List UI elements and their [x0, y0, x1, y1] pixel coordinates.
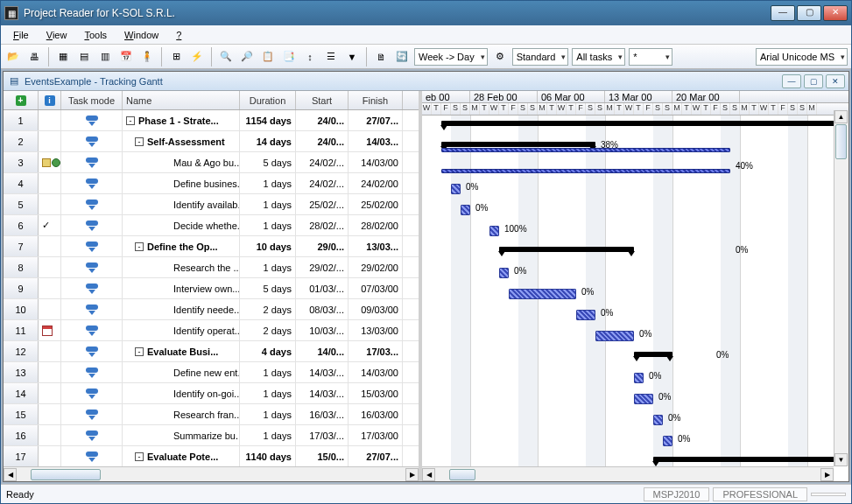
finish-cell[interactable]: 28/02/00 [349, 215, 403, 235]
summary-bar[interactable] [441, 142, 595, 147]
task-bar[interactable] [451, 184, 461, 194]
table-row[interactable]: 3Mau & Ago bu...5 days24/02/...14/03/00 [4, 152, 419, 173]
finish-cell[interactable]: 16/03/00 [349, 404, 403, 424]
row-number[interactable]: 4 [4, 173, 39, 193]
row-number[interactable]: 8 [4, 257, 39, 277]
finish-cell[interactable]: 07/03/00 [349, 278, 403, 298]
scroll-thumb[interactable] [31, 469, 101, 480]
minimize-button[interactable]: — [771, 5, 795, 21]
export-icon[interactable]: 🗎 [372, 48, 390, 66]
scroll-left-icon[interactable]: ◀ [4, 468, 17, 481]
start-cell[interactable]: 29/02/... [296, 257, 349, 277]
start-cell[interactable]: 28/02/... [296, 215, 349, 235]
table-row[interactable]: 13Define new ent...1 days14/03/...14/03/… [4, 362, 419, 383]
table-row[interactable]: 15Research fran...1 days16/03/...16/03/0… [4, 404, 419, 425]
duration-cell[interactable]: 1 days [240, 215, 296, 235]
task-name-cell[interactable]: Define new ent... [123, 362, 240, 382]
task-bar[interactable] [653, 415, 663, 425]
zoom-in-icon[interactable]: 🔍 [217, 48, 235, 66]
task-name-cell[interactable]: Mau & Ago bu... [123, 152, 240, 172]
start-cell[interactable]: 08/03/... [296, 299, 349, 319]
view2-icon[interactable]: ▤ [75, 48, 93, 66]
row-number[interactable]: 14 [4, 383, 39, 403]
start-cell[interactable]: 24/02/... [296, 152, 349, 172]
refresh-icon[interactable]: 🔄 [393, 48, 411, 66]
calendar-icon[interactable]: 📅 [117, 48, 135, 66]
finish-cell[interactable]: 17/03/00 [349, 425, 403, 445]
start-cell[interactable]: 16/03/... [296, 404, 349, 424]
scroll-up-icon[interactable]: ▲ [834, 110, 848, 123]
row-number[interactable]: 16 [4, 425, 39, 445]
finish-cell[interactable]: 09/03/00 [349, 299, 403, 319]
grid-hscroll[interactable]: ◀ ▶ [4, 466, 419, 481]
row-number[interactable]: 9 [4, 278, 39, 298]
duration-cell[interactable]: 1 days [240, 362, 296, 382]
table-row[interactable]: 12-Evaluate Busi...4 days14/0...17/03... [4, 341, 419, 362]
task-bar[interactable] [489, 226, 499, 236]
row-number[interactable]: 3 [4, 152, 39, 172]
filter-icon[interactable]: ▼ [343, 48, 361, 66]
task-bar[interactable] [634, 394, 653, 404]
menu-window[interactable]: Window [117, 28, 165, 42]
table-row[interactable]: 10Identify neede...2 days08/03/...09/03/… [4, 299, 419, 320]
finish-cell[interactable]: 25/02/00 [349, 194, 403, 214]
task-name-cell[interactable]: Identify on-goi... [123, 383, 240, 403]
extra-combo[interactable]: * [629, 48, 672, 66]
task-name-cell[interactable]: Decide whethe... [123, 215, 240, 235]
finish-cell[interactable]: 17/03... [349, 341, 403, 361]
duration-cell[interactable]: 5 days [240, 278, 296, 298]
table-row[interactable]: 14Identify on-goi...1 days14/03/...15/03… [4, 383, 419, 404]
start-cell[interactable]: 25/02/... [296, 194, 349, 214]
menu-?[interactable]: ? [169, 28, 188, 42]
start-cell[interactable]: 15/0... [296, 446, 349, 466]
table-row[interactable]: 9Interview own...5 days01/03/...07/03/00 [4, 278, 419, 299]
progress-bar[interactable] [441, 169, 730, 173]
outline-toggle[interactable]: - [135, 452, 144, 461]
finish-cell[interactable]: 29/02/00 [349, 257, 403, 277]
task-name-cell[interactable]: Identify neede... [123, 299, 240, 319]
duration-cell[interactable]: 1140 days [240, 446, 296, 466]
outline-toggle[interactable]: - [135, 137, 144, 146]
duration-cell[interactable]: 1 days [240, 257, 296, 277]
paste-icon[interactable]: 📑 [280, 48, 298, 66]
row-number[interactable]: 10 [4, 299, 39, 319]
col-finish[interactable]: Finish [349, 91, 403, 109]
start-cell[interactable]: 14/03/... [296, 383, 349, 403]
finish-cell[interactable]: 14/03/00 [349, 152, 403, 172]
task-name-cell[interactable]: Research the ... [123, 257, 240, 277]
settings-icon[interactable]: ⚙ [491, 48, 509, 66]
finish-cell[interactable]: 24/02/00 [349, 173, 403, 193]
col-name[interactable]: Name [123, 91, 240, 109]
view-combo[interactable]: Standard [512, 48, 569, 66]
table-row[interactable]: 5Identify availab...1 days25/02/...25/02… [4, 194, 419, 215]
task-name-cell[interactable]: Summarize bu... [123, 425, 240, 445]
doc-close-button[interactable]: ✕ [826, 74, 845, 88]
summary-bar[interactable] [653, 457, 848, 462]
group-icon[interactable]: ☰ [322, 48, 340, 66]
task-name-cell[interactable]: -Self-Assessment [123, 131, 240, 151]
table-row[interactable]: 2-Self-Assessment14 days24/0...14/03... [4, 131, 419, 152]
duration-cell[interactable]: 1 days [240, 383, 296, 403]
finish-cell[interactable]: 13/03/00 [349, 320, 403, 340]
task-name-cell[interactable]: -Evaluate Pote... [123, 446, 240, 466]
zoom-out-icon[interactable]: 🔎 [238, 48, 256, 66]
row-number[interactable]: 7 [4, 236, 39, 256]
duration-cell[interactable]: 1 days [240, 173, 296, 193]
close-button[interactable]: ✕ [823, 5, 848, 21]
task-bar[interactable] [634, 373, 644, 383]
start-cell[interactable]: 24/0... [296, 131, 349, 151]
bolt-icon[interactable]: ⚡ [188, 48, 206, 66]
row-number[interactable]: 5 [4, 194, 39, 214]
progress-bar[interactable] [441, 148, 730, 152]
finish-cell[interactable]: 27/07... [349, 110, 403, 130]
finish-cell[interactable]: 14/03/00 [349, 362, 403, 382]
col-taskmode[interactable]: Task mode [61, 91, 123, 109]
summary-bar[interactable] [634, 352, 672, 357]
vscroll-thumb[interactable] [835, 124, 847, 159]
col-add[interactable]: + [4, 91, 39, 109]
timescale-combo[interactable]: Week -> Day [414, 48, 488, 66]
document-titlebar[interactable]: EventsExample - Tracking Gantt — ▢ ✕ [4, 72, 848, 91]
task-bar[interactable] [499, 268, 509, 278]
row-number[interactable]: 13 [4, 362, 39, 382]
duration-cell[interactable]: 4 days [240, 341, 296, 361]
